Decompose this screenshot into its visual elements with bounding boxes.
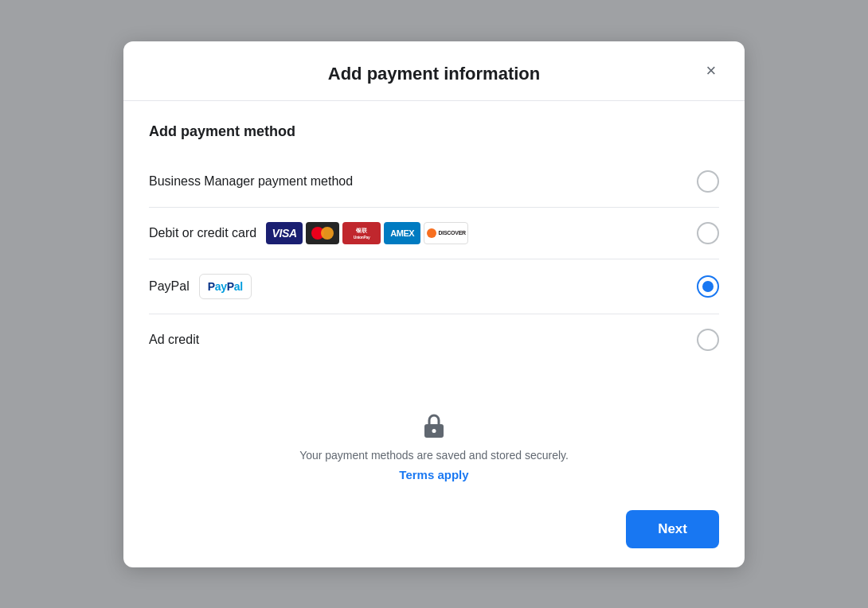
modal-overlay: Add payment information × Add payment me…	[0, 0, 868, 608]
modal-body: Add payment method Business Manager paym…	[123, 101, 745, 388]
paypal-logo: PayPal	[199, 274, 252, 299]
close-button[interactable]: ×	[697, 57, 725, 85]
modal-title: Add payment information	[328, 64, 540, 84]
payment-modal: Add payment information × Add payment me…	[123, 41, 745, 567]
security-text: Your payment methods are saved and store…	[299, 449, 569, 462]
unionpay-icon: 银联 UnionPay	[342, 222, 381, 244]
visa-icon: VISA	[266, 222, 303, 244]
svg-point-1	[432, 429, 436, 433]
mastercard-icon	[306, 222, 339, 244]
card-icons: VISA 银联 UnionPay	[266, 222, 468, 244]
payment-option-left: Business Manager payment method	[149, 174, 353, 189]
payment-option-business-manager[interactable]: Business Manager payment method	[149, 156, 719, 208]
terms-link[interactable]: Terms apply	[399, 468, 468, 481]
security-section: Your payment methods are saved and store…	[123, 388, 745, 497]
next-button[interactable]: Next	[626, 510, 719, 548]
discover-icon: DISCOVER	[424, 222, 468, 244]
radio-paypal[interactable]	[697, 275, 719, 298]
payment-option-left: Debit or credit card VISA	[149, 222, 468, 244]
modal-header: Add payment information ×	[123, 41, 745, 101]
radio-debit-credit[interactable]	[697, 222, 719, 244]
payment-option-ad-credit[interactable]: Ad credit	[149, 314, 719, 365]
payment-option-debit-credit[interactable]: Debit or credit card VISA	[149, 208, 719, 259]
section-title: Add payment method	[149, 123, 719, 140]
radio-inner-paypal	[702, 281, 714, 292]
radio-ad-credit[interactable]	[697, 329, 719, 351]
paypal-label: PayPal	[149, 279, 190, 294]
payment-option-left: PayPal PayPal	[149, 274, 252, 299]
radio-business-manager[interactable]	[697, 170, 719, 193]
debit-credit-label: Debit or credit card	[149, 226, 256, 240]
business-manager-label: Business Manager payment method	[149, 174, 353, 189]
lock-icon	[423, 413, 445, 442]
payment-option-paypal[interactable]: PayPal PayPal	[149, 259, 719, 314]
paypal-text: PayPal	[208, 280, 243, 293]
payment-option-left: Ad credit	[149, 333, 199, 347]
modal-footer: Next	[123, 497, 745, 567]
amex-icon: AMEX	[384, 222, 420, 244]
ad-credit-label: Ad credit	[149, 333, 199, 347]
